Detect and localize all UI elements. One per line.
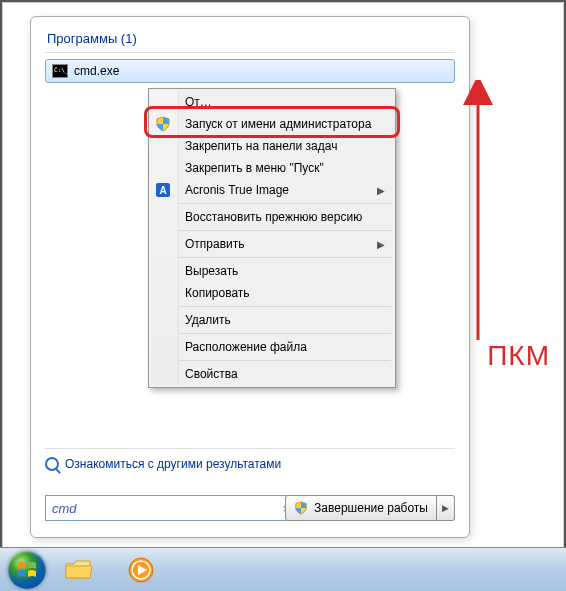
menu-pin-taskbar[interactable]: Закрепить на панели задач <box>179 135 393 157</box>
menu-copy[interactable]: Копировать <box>179 282 393 304</box>
see-more-results-link[interactable]: Ознакомиться с другими результатами <box>45 457 281 471</box>
menu-pin-taskbar-label: Закрепить на панели задач <box>185 139 337 153</box>
menu-separator <box>179 306 391 307</box>
shield-icon <box>155 116 171 132</box>
search-input-container: × <box>45 495 299 521</box>
result-label: cmd.exe <box>74 64 119 78</box>
menu-acronis-label: Acronis True Image <box>185 183 289 197</box>
separator <box>45 52 455 53</box>
taskbar <box>0 547 566 591</box>
start-button[interactable] <box>8 551 46 589</box>
search-input[interactable] <box>52 501 280 516</box>
menu-separator <box>179 257 391 258</box>
acronis-icon: A <box>155 182 171 198</box>
menu-pin-start[interactable]: Закрепить в меню "Пуск" <box>179 157 393 179</box>
menu-run-as-admin-label: Запуск от имени администратора <box>185 117 371 131</box>
menu-acronis[interactable]: A Acronis True Image ▶ <box>179 179 393 201</box>
menu-properties-label: Свойства <box>185 367 238 381</box>
menu-separator <box>179 360 391 361</box>
menu-cut-label: Вырезать <box>185 264 238 278</box>
context-menu-icon-column <box>151 91 179 385</box>
menu-delete-label: Удалить <box>185 313 231 327</box>
search-icon <box>45 457 59 471</box>
menu-send-to-label: Отправить <box>185 237 245 251</box>
menu-run-as-admin[interactable]: Запуск от имени администратора <box>179 113 393 135</box>
media-player-icon <box>127 556 155 584</box>
menu-open-location-label: Расположение файла <box>185 340 307 354</box>
separator <box>45 448 455 449</box>
shutdown-options-button[interactable]: ▶ <box>437 495 455 521</box>
submenu-arrow-icon: ▶ <box>377 239 385 250</box>
search-result-cmd[interactable]: cmd.exe <box>45 59 455 83</box>
annotation-label: ПКМ <box>487 340 550 372</box>
shutdown-button[interactable]: Завершение работы <box>285 495 437 521</box>
menu-restore-label: Восстановить прежнюю версию <box>185 210 362 224</box>
shutdown-label: Завершение работы <box>314 501 428 515</box>
menu-open[interactable]: От… <box>179 91 393 113</box>
windows-logo-icon <box>17 560 37 580</box>
taskbar-media-player[interactable] <box>112 552 170 588</box>
menu-separator <box>179 230 391 231</box>
menu-restore[interactable]: Восстановить прежнюю версию <box>179 206 393 228</box>
taskbar-explorer[interactable] <box>50 552 108 588</box>
shutdown-split-button: Завершение работы ▶ <box>285 495 455 521</box>
menu-properties[interactable]: Свойства <box>179 363 393 385</box>
programs-header: Программы (1) <box>31 17 469 50</box>
cmd-icon <box>52 64 68 78</box>
menu-pin-start-label: Закрепить в меню "Пуск" <box>185 161 324 175</box>
menu-open-label: От… <box>185 95 212 109</box>
menu-open-location[interactable]: Расположение файла <box>179 336 393 358</box>
see-more-label: Ознакомиться с другими результатами <box>65 457 281 471</box>
menu-cut[interactable]: Вырезать <box>179 260 393 282</box>
menu-copy-label: Копировать <box>185 286 250 300</box>
explorer-icon <box>64 558 94 582</box>
svg-text:A: A <box>159 185 166 196</box>
menu-separator <box>179 203 391 204</box>
menu-send-to[interactable]: Отправить ▶ <box>179 233 393 255</box>
menu-delete[interactable]: Удалить <box>179 309 393 331</box>
submenu-arrow-icon: ▶ <box>377 185 385 196</box>
menu-separator <box>179 333 391 334</box>
shield-icon <box>294 501 308 515</box>
context-menu: От… Запуск от имени администратора Закре… <box>148 88 396 388</box>
